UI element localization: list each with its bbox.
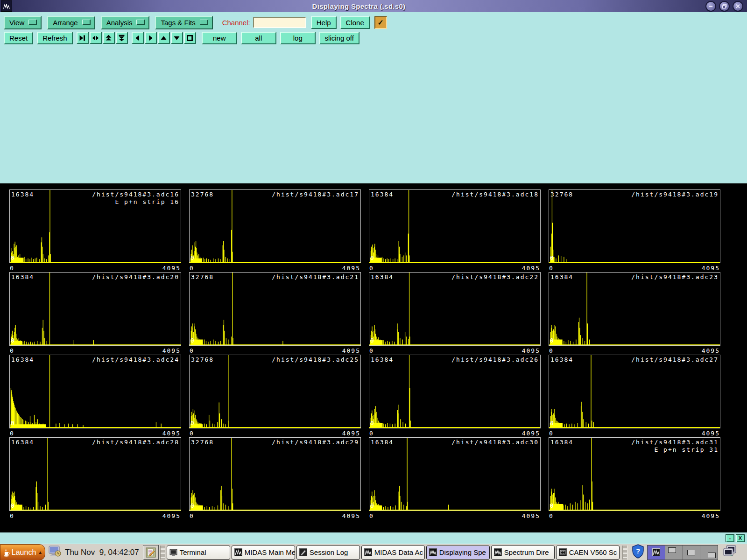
log-button[interactable]: log <box>280 32 316 44</box>
plot-cell-adc20: 16384/hist/s9418#3.adc20004095 <box>9 272 181 355</box>
reset-button[interactable]: Reset <box>4 32 33 44</box>
plot-cell-adc18: 16384/hist/s9418#3.adc18004095 <box>369 189 541 272</box>
clone-button[interactable]: Clone <box>340 16 370 29</box>
scaler-icon <box>559 548 567 556</box>
x-min-label: 0 <box>190 430 194 437</box>
taskbar: Launch ▲ Thu Nov 9, 04:42:07 TerminalMID… <box>0 544 747 560</box>
spectrum-plot-adc30[interactable]: 16384/hist/s9418#3.adc300 <box>369 437 541 511</box>
stacked-windows-icon[interactable] <box>722 545 737 560</box>
x-min-label: 0 <box>369 265 374 272</box>
desktop-pager[interactable] <box>647 545 718 560</box>
spectrum-plot-adc19[interactable]: 32768/hist/s9418#3.adc190 <box>549 189 720 263</box>
plot-cell-adc17: 32768/hist/s9418#3.adc17004095 <box>189 189 361 272</box>
y-max-label: 16384 <box>371 439 394 446</box>
new-button[interactable]: new <box>202 32 237 44</box>
window-titlebar[interactable]: Displaying Spectra (.sd.s0) <box>0 0 747 13</box>
step-down-button[interactable] <box>171 32 183 44</box>
stop-square-button[interactable] <box>184 32 196 44</box>
menu-view-label: View <box>9 19 24 27</box>
pager-desktop-1[interactable] <box>648 546 665 560</box>
pager-desktop-2[interactable] <box>665 546 683 560</box>
x-max-label: 4095 <box>522 512 540 519</box>
y-min-label: 0 <box>11 254 15 262</box>
menu-view[interactable]: View <box>4 16 42 29</box>
y-max-label: 16384 <box>11 439 34 446</box>
plot-title: /hist/s9418#3.adc30 <box>451 439 539 446</box>
x-min-label: 0 <box>190 512 194 519</box>
plot-cell-adc27: 16384/hist/s9418#3.adc27004095 <box>549 355 720 437</box>
spectrum-plot-adc25[interactable]: 32768/hist/s9418#3.adc250 <box>189 355 361 428</box>
minimize-icon[interactable] <box>705 1 716 12</box>
close-icon[interactable] <box>733 1 743 12</box>
slicing-button[interactable]: slicing off <box>319 32 359 44</box>
spectrum-plot-adc21[interactable]: 32768/hist/s9418#3.adc210 <box>189 272 361 346</box>
plot-title-text: /hist/s9418#3.adc17 <box>272 191 359 198</box>
spectrum-plot-adc17[interactable]: 32768/hist/s9418#3.adc170 <box>189 189 361 263</box>
plot-title: /hist/s9418#3.adc18 <box>451 191 539 198</box>
launch-button[interactable]: Launch ▲ <box>0 544 45 560</box>
log-icon <box>299 548 307 556</box>
taskbar-task-session-log[interactable]: Session Log <box>296 546 360 560</box>
plot-title-text: /hist/s9418#3.adc25 <box>272 356 359 363</box>
x-axis-labels: 04095 <box>549 511 720 520</box>
spectrum-plot-adc28[interactable]: 16384/hist/s9418#3.adc280 <box>9 437 181 511</box>
spectrum-plot-adc23[interactable]: 16384/hist/s9418#3.adc230 <box>549 272 720 346</box>
terminal-icon <box>169 548 177 556</box>
spectrum-plot-adc24[interactable]: 16384/hist/s9418#3.adc240 <box>9 355 181 428</box>
spectrum-plot-adc29[interactable]: 32768/hist/s9418#3.adc290 <box>189 437 361 511</box>
spectrum-plot-adc20[interactable]: 16384/hist/s9418#3.adc200 <box>9 272 181 346</box>
menu-arrange[interactable]: Arrange <box>47 16 95 29</box>
double-up-button[interactable] <box>103 32 115 44</box>
x-axis-labels: 04095 <box>189 263 361 273</box>
refresh-button[interactable]: Refresh <box>37 32 73 44</box>
monitor-clock-icon[interactable] <box>48 545 62 560</box>
spectrum-plot-adc18[interactable]: 16384/hist/s9418#3.adc180 <box>369 189 541 263</box>
skip-end-icon <box>78 34 86 42</box>
spectrum-plot-adc26[interactable]: 16384/hist/s9418#3.adc260 <box>369 355 541 428</box>
taskbar-task-spectrum-dire[interactable]: Spectrum Dire <box>491 546 555 560</box>
menu-analysis[interactable]: Analysis <box>101 16 150 29</box>
strip-close-icon[interactable]: X <box>736 534 745 542</box>
strip-minimize-icon[interactable]: - <box>726 534 734 542</box>
histogram-adc28 <box>10 438 181 511</box>
svg-text:?: ? <box>636 547 640 555</box>
notes-icon[interactable] <box>143 545 159 560</box>
taskbar-task-midas-data-ac[interactable]: MIDAS Data Ac <box>361 546 425 560</box>
pager-window-mark <box>708 553 716 558</box>
y-min-label: 0 <box>190 337 195 344</box>
maximize-icon[interactable] <box>719 1 730 12</box>
taskbar-task-terminal[interactable]: Terminal <box>167 546 230 560</box>
x-max-label: 4095 <box>342 265 360 272</box>
spectrum-plot-adc22[interactable]: 16384/hist/s9418#3.adc220 <box>369 272 541 346</box>
toolbar-checkbox[interactable]: ✓ <box>374 16 387 29</box>
task-label: Session Log <box>310 548 348 556</box>
channel-input[interactable] <box>253 17 306 28</box>
taskbar-task-displaying-spe[interactable]: Displaying Spe <box>426 546 490 560</box>
help-button[interactable]: Help <box>311 16 337 29</box>
taskbar-task-caen-v560-sc[interactable]: CAEN V560 Sc <box>556 546 620 560</box>
y-max-label: 32768 <box>191 273 214 281</box>
double-down-button[interactable] <box>116 32 128 44</box>
menu-tags-fits[interactable]: Tags & Fits <box>155 16 212 29</box>
pager-desktop-4[interactable] <box>700 546 718 560</box>
x-max-label: 4095 <box>702 347 720 354</box>
plot-cell-adc31: 16384/hist/s9418#3.adc31E p+n strip 3100… <box>549 437 720 520</box>
help-shield-icon[interactable]: ? <box>632 544 644 560</box>
x-max-label: 4095 <box>342 347 360 354</box>
spectrum-plot-adc31[interactable]: 16384/hist/s9418#3.adc31E p+n strip 310 <box>549 437 720 511</box>
pager-desktop-3[interactable] <box>683 546 700 560</box>
taskbar-task-midas-main-me[interactable]: MIDAS Main Me <box>232 546 295 560</box>
plot-title-text: /hist/s9418#3.adc20 <box>92 273 179 280</box>
expand-horizontal-button[interactable] <box>90 32 102 44</box>
step-left-button[interactable] <box>132 32 144 44</box>
step-right-button[interactable] <box>145 32 157 44</box>
y-min-label: 0 <box>11 502 15 510</box>
all-button[interactable]: all <box>241 32 276 44</box>
spectrum-plot-adc27[interactable]: 16384/hist/s9418#3.adc270 <box>549 355 720 428</box>
task-label: CAEN V560 Sc <box>569 548 617 556</box>
step-up-button[interactable] <box>158 32 170 44</box>
spectrum-plot-adc16[interactable]: 16384/hist/s9418#3.adc16E p+n strip 160 <box>9 189 181 263</box>
plot-title-text: /hist/s9418#3.adc30 <box>451 439 539 446</box>
x-max-label: 4095 <box>342 512 360 519</box>
skip-end-button[interactable] <box>77 32 89 44</box>
